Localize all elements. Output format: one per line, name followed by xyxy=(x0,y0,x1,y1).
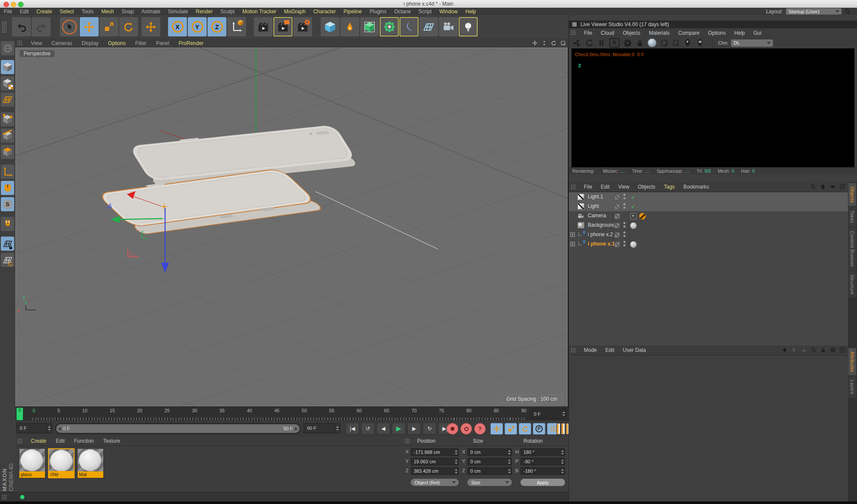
scale-tool-button[interactable] xyxy=(99,17,118,36)
subdivision-surface-button[interactable] xyxy=(360,17,379,36)
pan-view-icon[interactable] xyxy=(532,40,538,46)
end-frame-field[interactable]: 90 F xyxy=(304,423,340,433)
viewport-navigation-button[interactable] xyxy=(1,181,14,195)
top-level-icon[interactable] xyxy=(820,183,826,190)
menu-item[interactable]: Motion Tracker xyxy=(238,9,280,15)
material-picker-icon[interactable]: M xyxy=(696,39,704,47)
transport-button[interactable]: ↺ xyxy=(361,423,375,435)
object-row[interactable]: Light ✓ xyxy=(569,202,848,211)
points-mode-button[interactable] xyxy=(1,112,14,126)
frame-range-bar[interactable]: 0 F 90 F xyxy=(56,424,300,433)
value-stepper[interactable] xyxy=(508,469,511,474)
simulation-button[interactable]: S xyxy=(1,197,14,211)
materials-menu-item[interactable]: Texture xyxy=(99,438,125,444)
object-manager-menu-item[interactable]: View xyxy=(614,184,634,190)
polygons-mode-button[interactable] xyxy=(1,145,14,159)
expand-icon[interactable]: + xyxy=(570,232,575,237)
position-value-field[interactable]: 19.063 cm xyxy=(411,458,459,465)
live-viewer-menu-item[interactable]: File xyxy=(580,30,596,36)
record-parameter-toggle[interactable]: P xyxy=(533,423,545,435)
statusbar-grip[interactable] xyxy=(2,495,7,500)
layout-dropdown[interactable]: Startup (User) xyxy=(786,8,842,15)
timeline-playhead[interactable]: 0 xyxy=(16,408,23,420)
object-manager-menu-item[interactable]: Bookmarks xyxy=(679,184,713,190)
menu-item[interactable]: Tools xyxy=(78,9,97,15)
timeline-ruler[interactable]: 0 051015202530354045505560657075808590 0… xyxy=(15,406,568,421)
materials-menu-item[interactable]: Edit xyxy=(51,438,69,444)
menu-item[interactable]: Script xyxy=(415,9,436,15)
enable-snap-button[interactable] xyxy=(1,217,14,231)
end-frame-stepper[interactable] xyxy=(334,423,340,433)
kernel-settings-icon[interactable] xyxy=(623,39,632,47)
live-viewer-menu-item[interactable]: Objects xyxy=(619,30,645,36)
layer-color-box[interactable] xyxy=(614,232,620,238)
edit-render-settings-button[interactable] xyxy=(293,17,312,36)
timeline-mode-button[interactable] xyxy=(556,423,569,435)
restart-render-icon[interactable] xyxy=(585,39,594,47)
material-swatch[interactable]: glass xyxy=(19,448,45,478)
object-row[interactable]: + ∟0 i phone x.2 xyxy=(569,230,848,240)
render-canvas[interactable]: Check:0ms./0ms. Movable:0 0 0 2 xyxy=(571,48,854,167)
focus-picker-icon[interactable]: F xyxy=(683,39,692,47)
visibility-dots[interactable] xyxy=(623,231,625,237)
keyframe-selection-button[interactable]: ? xyxy=(474,423,486,435)
rotation-value-field[interactable]: -90 ° xyxy=(520,458,565,465)
render-view-button[interactable] xyxy=(254,17,273,36)
frame-range-slider[interactable]: 0 F 90 F xyxy=(55,423,301,434)
lock-workplane-button[interactable] xyxy=(1,237,14,251)
object-row[interactable]: Light.1 ✓ xyxy=(569,192,848,202)
search-icon[interactable] xyxy=(810,347,817,353)
menu-item[interactable]: Simulate xyxy=(164,9,192,15)
compositing-tag-icon[interactable]: ✓ xyxy=(630,203,637,210)
live-viewer-grip[interactable] xyxy=(571,30,576,36)
coordinate-system-button[interactable] xyxy=(227,17,246,36)
record-rotation-toggle[interactable] xyxy=(519,423,531,435)
size-value-field[interactable]: 0 cm xyxy=(467,448,512,456)
menu-item[interactable]: MoGraph xyxy=(280,9,310,15)
mograph-cloner-button[interactable] xyxy=(380,17,399,36)
value-stepper[interactable] xyxy=(508,459,511,464)
history-back-icon[interactable] xyxy=(781,347,788,353)
apply-button[interactable]: Apply xyxy=(520,479,565,486)
materials-grip[interactable] xyxy=(17,438,23,444)
render-to-picture-viewer-button[interactable] xyxy=(274,17,292,36)
viewport-menu-item[interactable]: Options xyxy=(103,40,130,46)
layer-color-box[interactable] xyxy=(614,195,620,200)
object-row[interactable]: Camera xyxy=(569,211,848,221)
deformer-button[interactable] xyxy=(400,17,418,36)
current-frame-field[interactable]: 0 F xyxy=(530,408,567,419)
size-mode-dropdown[interactable]: Size xyxy=(467,479,512,486)
rotate-tool-button[interactable] xyxy=(119,17,138,36)
layer-color-box[interactable] xyxy=(614,223,620,228)
search-icon[interactable] xyxy=(810,183,816,190)
material-swatch[interactable]: clay xyxy=(48,448,75,478)
value-stepper[interactable] xyxy=(561,459,564,464)
model-mode-button[interactable] xyxy=(1,60,14,74)
camera-label[interactable]: Perspective xyxy=(20,50,54,57)
menu-item[interactable]: Render xyxy=(192,9,217,15)
value-stepper[interactable] xyxy=(561,450,564,455)
menu-item[interactable]: Character xyxy=(310,9,340,15)
value-stepper[interactable] xyxy=(561,469,564,474)
reset-render-icon[interactable]: R xyxy=(609,38,619,48)
attributes-menu-item[interactable]: User Data xyxy=(619,347,650,353)
panel-tab[interactable]: Content Browser xyxy=(848,228,856,270)
visibility-dots[interactable] xyxy=(623,241,625,246)
x-axis-lock-button[interactable]: X xyxy=(168,17,187,36)
transport-button[interactable]: ↻ xyxy=(423,423,436,435)
menu-item[interactable]: Octane xyxy=(390,9,415,15)
size-value-field[interactable]: 0 cm xyxy=(467,458,512,465)
perspective-viewport[interactable]: A y x Perspective Grid Spacing : 100 cm xyxy=(15,48,568,406)
camera-tag-icon[interactable] xyxy=(630,213,637,219)
viewport-menu-item[interactable]: ProRender xyxy=(174,40,208,46)
live-viewer-menu-item[interactable]: Cloud xyxy=(596,30,618,36)
record-position-toggle[interactable] xyxy=(490,423,503,435)
camera-button[interactable] xyxy=(439,17,458,36)
toolbar-grip[interactable] xyxy=(2,21,7,33)
menu-item[interactable]: Sculpt xyxy=(217,9,238,15)
panel-tab[interactable]: Structure xyxy=(848,271,856,298)
menu-item[interactable]: Help xyxy=(461,9,480,15)
transport-button[interactable]: ▶ xyxy=(392,423,406,435)
layer-color-box[interactable] xyxy=(614,204,620,210)
materials-menu-item[interactable]: Function xyxy=(69,438,99,444)
